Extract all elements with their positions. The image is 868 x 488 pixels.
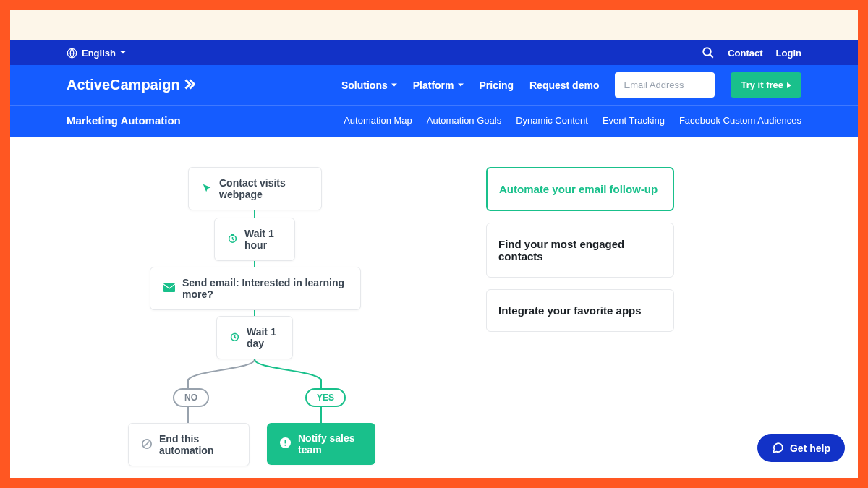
alert-icon <box>280 437 291 450</box>
chevron-down-icon <box>120 50 126 56</box>
chevron-down-icon <box>458 82 464 88</box>
page-title: Marketing Automation <box>67 114 181 127</box>
nav-solutions[interactable]: Solutions <box>341 80 397 91</box>
contact-link[interactable]: Contact <box>728 48 762 59</box>
subnav-link[interactable]: Automation Map <box>344 115 412 126</box>
flow-step-email[interactable]: Send email: Interested in learning more? <box>150 267 361 310</box>
flow-step-wait[interactable]: Wait 1 hour <box>214 218 295 261</box>
main-nav: ActiveCampaign Solutions Platform Pricin… <box>10 65 858 105</box>
caret-right-icon <box>787 82 791 88</box>
cursor-icon <box>202 183 212 195</box>
brand-logo[interactable]: ActiveCampaign <box>67 77 195 93</box>
chevron-down-icon <box>391 82 397 88</box>
automation-flow: Contact visits webpage Wait 1 hour Send … <box>67 167 443 471</box>
brand-text: ActiveCampaign <box>67 77 180 93</box>
nav-platform[interactable]: Platform <box>413 80 464 91</box>
branch-no-label: NO <box>173 388 209 407</box>
branch-yes-label: YES <box>305 388 346 407</box>
feature-card-engaged-contacts[interactable]: Find your most engaged contacts <box>486 223 674 278</box>
nav-request-demo[interactable]: Request demo <box>529 80 599 91</box>
brand-chevron-icon <box>184 77 195 93</box>
timer-icon <box>230 332 239 343</box>
subnav-link[interactable]: Automation Goals <box>427 115 501 126</box>
svg-rect-3 <box>163 283 175 292</box>
subnav-link[interactable]: Facebook Custom Audiences <box>679 115 801 126</box>
globe-icon <box>67 48 77 59</box>
flow-step-wait-day[interactable]: Wait 1 day <box>216 316 293 359</box>
language-label: English <box>82 48 116 59</box>
chat-icon <box>772 442 784 454</box>
timer-icon <box>228 234 237 245</box>
svg-point-1 <box>703 48 711 56</box>
language-selector[interactable]: English <box>67 48 126 59</box>
feature-card-integrate-apps[interactable]: Integrate your favorite apps <box>486 289 674 332</box>
flow-step-notify[interactable]: Notify sales team <box>267 423 375 465</box>
subnav-link[interactable]: Dynamic Content <box>516 115 588 126</box>
flow-step-end[interactable]: End this automation <box>128 423 250 466</box>
email-input[interactable] <box>615 72 715 98</box>
svg-rect-8 <box>285 445 286 446</box>
get-help-button[interactable]: Get help <box>757 434 845 462</box>
utility-bar: English Contact Login <box>10 40 858 65</box>
svg-rect-7 <box>285 440 286 444</box>
subnav-link[interactable]: Event Tracking <box>603 115 665 126</box>
flow-step-trigger[interactable]: Contact visits webpage <box>188 167 322 210</box>
search-icon[interactable] <box>702 46 715 59</box>
mail-icon <box>163 283 175 294</box>
login-link[interactable]: Login <box>776 48 801 59</box>
feature-card-email-followup[interactable]: Automate your email follow-up <box>486 167 674 211</box>
nav-pricing[interactable]: Pricing <box>480 80 514 91</box>
sub-nav: Marketing Automation Automation Map Auto… <box>10 105 858 137</box>
try-free-button[interactable]: Try it free <box>731 72 801 98</box>
feature-cards: Automate your email follow-up Find your … <box>486 167 674 471</box>
cancel-icon <box>142 439 152 451</box>
